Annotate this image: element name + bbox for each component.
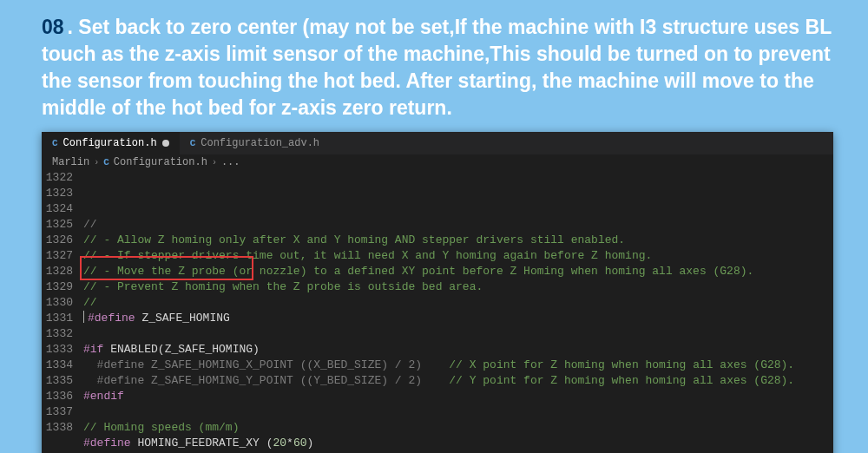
code-line[interactable] bbox=[83, 326, 833, 342]
code-line[interactable]: #define HOMING_FEEDRATE_XY (20*60) bbox=[83, 436, 833, 451]
tab-label: Configuration.h bbox=[63, 137, 157, 149]
c-file-icon: C bbox=[103, 157, 109, 167]
line-number: 1326 bbox=[42, 233, 73, 248]
line-number: 1331 bbox=[42, 311, 73, 326]
breadcrumb[interactable]: Marlin › C Configuration.h › ... bbox=[42, 154, 833, 170]
tab-bar: CConfiguration.hCConfiguration_adv.h bbox=[42, 132, 833, 154]
code-line[interactable]: // Homing speeds (mm/m) bbox=[83, 420, 833, 436]
tab-configuration-h[interactable]: CConfiguration.h bbox=[42, 132, 180, 154]
code-line[interactable]: // - Move the Z probe (or nozzle) to a d… bbox=[83, 264, 833, 279]
line-number: 1328 bbox=[42, 264, 73, 279]
text-cursor bbox=[83, 311, 84, 323]
line-number: 1332 bbox=[42, 326, 73, 342]
code-token: 60 bbox=[293, 437, 307, 450]
code-token: // bbox=[83, 296, 97, 309]
code-line[interactable]: // - Prevent Z homing when the Z probe i… bbox=[83, 279, 833, 295]
breadcrumb-trail: ... bbox=[221, 156, 240, 168]
code-token: // X point for Z homing when homing all … bbox=[449, 358, 794, 371]
code-token: #if bbox=[83, 343, 103, 356]
line-number: 1322 bbox=[42, 170, 73, 186]
code-line[interactable]: #endif bbox=[83, 389, 833, 404]
code-token: ) bbox=[253, 343, 260, 356]
chevron-right-icon: › bbox=[94, 158, 99, 167]
breadcrumb-folder: Marlin bbox=[52, 156, 89, 168]
breadcrumb-file: Configuration.h bbox=[114, 156, 207, 168]
c-file-icon: C bbox=[190, 138, 196, 148]
line-number: 1334 bbox=[42, 358, 73, 373]
code-token: // - Allow Z homing only after X and Y h… bbox=[83, 233, 625, 246]
code-line[interactable]: // bbox=[83, 217, 833, 233]
line-number: 1329 bbox=[42, 279, 73, 295]
code-token: // - Prevent Z homing when the Z probe i… bbox=[83, 280, 483, 293]
line-number: 1333 bbox=[42, 342, 73, 358]
line-number: 1338 bbox=[42, 420, 73, 436]
code-line[interactable] bbox=[83, 404, 833, 420]
code-token: #define Z_SAFE_HOMING_X_POINT ((X_BED_SI… bbox=[83, 358, 449, 371]
step-number: 08 bbox=[42, 16, 64, 38]
code-line[interactable]: #define Z_SAFE_HOMING_Y_POINT ((Y_BED_SI… bbox=[83, 373, 833, 389]
code-token: Z_SAFE_HOMING bbox=[135, 312, 230, 325]
code-token: // - Move the Z probe (or nozzle) to a d… bbox=[83, 265, 753, 278]
c-file-icon: C bbox=[52, 138, 58, 148]
code-token: #define Z_SAFE_HOMING_Y_POINT ((Y_BED_SI… bbox=[83, 374, 449, 387]
instruction-text: 08. Set back to zero center (may not be … bbox=[0, 0, 868, 132]
code-line[interactable]: // bbox=[83, 295, 833, 311]
code-token: // Homing speeds (mm/m) bbox=[83, 421, 239, 434]
code-area[interactable]: 1322132313241325132613271328132913301331… bbox=[42, 170, 833, 453]
code-token: // Y point for Z homing when homing all … bbox=[449, 374, 794, 387]
code-body[interactable]: //// - Allow Z homing only after X and Y… bbox=[83, 170, 833, 453]
code-line[interactable]: #define Z_SAFE_HOMING_X_POINT ((X_BED_SI… bbox=[83, 358, 833, 373]
line-number: 1323 bbox=[42, 186, 73, 201]
code-token: ( bbox=[158, 343, 165, 356]
code-token: ) bbox=[306, 437, 313, 450]
code-line[interactable]: // - If stepper drivers time out, it wil… bbox=[83, 248, 833, 264]
code-line[interactable]: #define Z_SAFE_HOMING bbox=[83, 311, 833, 326]
line-number-gutter: 1322132313241325132613271328132913301331… bbox=[42, 170, 83, 453]
code-token: // - If stepper drivers time out, it wil… bbox=[83, 249, 652, 262]
code-editor: CConfiguration.hCConfiguration_adv.h Mar… bbox=[42, 132, 833, 453]
code-line[interactable]: // - Allow Z homing only after X and Y h… bbox=[83, 233, 833, 248]
code-token: Z_SAFE_HOMING bbox=[165, 343, 253, 356]
line-number: 1324 bbox=[42, 201, 73, 217]
line-number: 1335 bbox=[42, 373, 73, 389]
code-token: 20 bbox=[273, 437, 286, 450]
code-token: #define bbox=[88, 312, 135, 325]
tab-configuration_adv-h[interactable]: CConfiguration_adv.h bbox=[180, 132, 330, 154]
code-token: * bbox=[286, 437, 293, 450]
line-number: 1336 bbox=[42, 389, 73, 404]
dirty-indicator-icon bbox=[162, 140, 169, 147]
step-body: . Set back to zero center (may not be se… bbox=[42, 16, 832, 119]
code-token: ENABLED bbox=[103, 343, 157, 356]
code-line[interactable]: #if ENABLED(Z_SAFE_HOMING) bbox=[83, 342, 833, 358]
tab-label: Configuration_adv.h bbox=[201, 137, 319, 149]
line-number: 1337 bbox=[42, 404, 73, 420]
line-number: 1325 bbox=[42, 217, 73, 233]
line-number: 1330 bbox=[42, 295, 73, 311]
code-token: // bbox=[83, 218, 97, 231]
chevron-right-icon: › bbox=[212, 158, 217, 167]
code-token: #define bbox=[83, 437, 131, 450]
code-token: HOMING_FEEDRATE_XY bbox=[131, 437, 266, 450]
code-token: #endif bbox=[83, 390, 124, 403]
line-number: 1327 bbox=[42, 248, 73, 264]
